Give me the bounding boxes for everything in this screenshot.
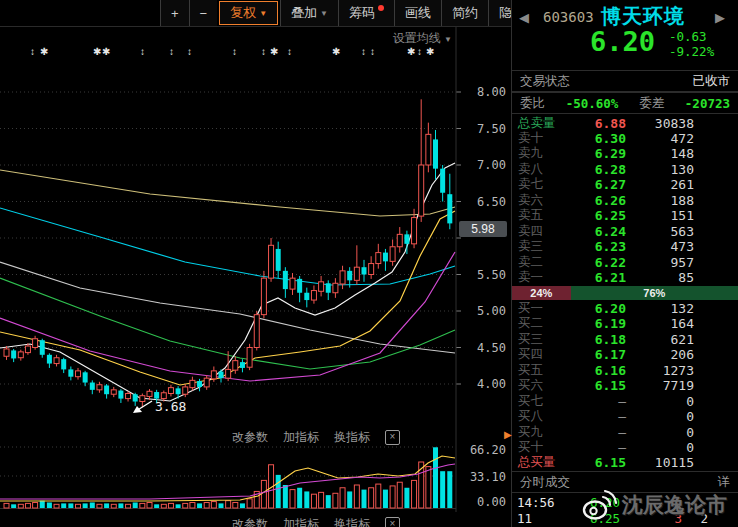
tick-time: 11 — [512, 511, 563, 526]
ask-row[interactable]: 卖五6.25151 — [512, 209, 738, 223]
level-label: 卖五 — [512, 207, 564, 224]
level-label: 卖八 — [512, 161, 564, 178]
ask-row[interactable]: 卖九6.29148 — [512, 147, 738, 161]
switch-indicator-button[interactable]: 换指标 — [334, 429, 370, 446]
bid-row[interactable]: 买六6.157719 — [512, 379, 738, 393]
level-label: 卖七 — [512, 176, 564, 193]
hide-button[interactable]: 隐藏 ▶▶ — [488, 0, 512, 26]
trade-status-label: 交易状态 — [520, 73, 570, 90]
switch-indicator-button[interactable]: 换指标 — [334, 516, 370, 527]
event-marker-icon[interactable]: ✱ — [332, 45, 340, 59]
level-price: 6.30 — [564, 131, 626, 146]
weibi-value: -50.60% — [566, 96, 619, 111]
adjust-rights-button[interactable]: 复权 ▼ — [219, 1, 278, 25]
k-chart-svg[interactable]: 3.68 — [0, 27, 512, 430]
zoom-out-button[interactable]: − — [189, 0, 218, 26]
event-marker-icon[interactable]: ↕ — [361, 45, 366, 59]
sell-ratio: 24% — [512, 286, 571, 300]
draw-line-button[interactable]: 画线 — [394, 0, 441, 26]
bid-row[interactable]: 买九—0 — [512, 425, 738, 439]
level-label: 卖九 — [512, 145, 564, 162]
ask-row[interactable]: 卖八6.28130 — [512, 162, 738, 176]
event-marker-row: ↕✱✱✱↕↕↕↕↕✱↕✱↕↕✱↕✱ — [0, 45, 455, 59]
bid-row[interactable]: 买一6.20132 — [512, 301, 738, 315]
last-price: 6.20 — [590, 26, 655, 57]
event-marker-icon[interactable]: ↕ — [417, 45, 422, 59]
event-marker-icon[interactable]: ↕ — [187, 45, 192, 59]
event-marker-icon[interactable]: ↕ — [287, 45, 292, 59]
event-marker-icon[interactable]: ✱ — [270, 45, 278, 59]
bid-row[interactable]: 买七—0 — [512, 394, 738, 408]
chips-button[interactable]: 筹码 — [338, 0, 394, 26]
level-volume: 0 — [626, 409, 738, 424]
bid-row[interactable]: 买八—0 — [512, 410, 738, 424]
ask-row[interactable]: 卖七6.27261 — [512, 178, 738, 192]
bid-row[interactable]: 买二6.19164 — [512, 317, 738, 331]
level-label: 总买量 — [512, 454, 564, 471]
prev-stock-icon[interactable]: ◀ — [519, 10, 529, 25]
stock-code: 603603 — [543, 9, 594, 25]
next-stock-icon[interactable]: ▶ — [715, 10, 725, 25]
bid-row[interactable]: 买三6.18621 — [512, 332, 738, 346]
simple-mode-button[interactable]: 简约 — [441, 0, 488, 26]
total-buy-row[interactable]: 总买量6.1510115 — [512, 456, 738, 470]
event-marker-icon[interactable]: ✱ — [40, 45, 48, 59]
level-volume: 30838 — [626, 116, 738, 131]
level-price: 6.22 — [564, 255, 626, 270]
level-volume: 621 — [626, 332, 738, 347]
event-marker-icon[interactable]: ↕ — [30, 45, 35, 59]
indicator-pane-header: 改参数 加指标 换指标 × — [0, 517, 456, 527]
add-indicator-button[interactable]: 加指标 — [283, 429, 319, 446]
ask-row[interactable]: 卖一6.2185 — [512, 271, 738, 285]
zoom-in-button[interactable]: + — [160, 0, 189, 26]
event-marker-icon[interactable]: ↕ — [261, 45, 266, 59]
tick-detail-button[interactable]: 详 — [718, 474, 731, 491]
ma-settings-label: 设置均线 — [393, 31, 441, 45]
ask-row[interactable]: 卖十6.30472 — [512, 131, 738, 145]
change-params-button[interactable]: 改参数 — [232, 429, 268, 446]
tick-list-header: 分时成交 详 — [512, 471, 738, 493]
ask-row[interactable]: 卖三6.23473 — [512, 240, 738, 254]
volume-pane-header: 改参数 加指标 换指标 × — [0, 430, 456, 445]
tick-row[interactable]: 14:566.205 — [512, 494, 738, 510]
close-pane-icon[interactable]: × — [385, 517, 400, 527]
level-price: 6.15 — [564, 378, 626, 393]
panel-divider-handle[interactable]: ▶ — [504, 429, 512, 440]
level-volume: 1273 — [626, 363, 738, 378]
level-label: 卖二 — [512, 254, 564, 271]
change-percent: -9.22% — [669, 44, 714, 59]
tick-time: 14:56 — [512, 495, 563, 510]
ask-row[interactable]: 卖四6.24563 — [512, 224, 738, 238]
close-pane-icon[interactable]: × — [385, 430, 400, 445]
event-marker-icon[interactable]: ✱ — [426, 45, 434, 59]
event-marker-icon[interactable]: ↕ — [232, 45, 237, 59]
change-params-button[interactable]: 改参数 — [232, 516, 268, 527]
level-volume: 563 — [626, 224, 738, 239]
level-price: 6.24 — [564, 224, 626, 239]
bid-row[interactable]: 买五6.161273 — [512, 363, 738, 377]
level-label: 总卖量 — [512, 115, 564, 132]
level-price: — — [564, 409, 626, 424]
bid-row[interactable]: 买十—0 — [512, 441, 738, 455]
level-price: 6.23 — [564, 239, 626, 254]
event-marker-icon[interactable]: ✱ — [407, 45, 415, 59]
ask-row[interactable]: 卖六6.26188 — [512, 193, 738, 207]
add-indicator-button[interactable]: 加指标 — [283, 516, 319, 527]
event-marker-icon[interactable]: ↕ — [370, 45, 375, 59]
price-tag: 5.98 — [459, 221, 507, 237]
event-marker-icon[interactable]: ↕ — [169, 45, 174, 59]
total-sell-row[interactable]: 总卖量6.8830838 — [512, 116, 738, 130]
level-volume: 85 — [626, 270, 738, 285]
tick-row[interactable]: 116.2532 — [512, 510, 738, 526]
trading-app-window: + − 复权 ▼ 叠加 ▼ 筹码 画线 简约 隐藏 ▶▶ — [0, 0, 738, 527]
event-marker-icon[interactable]: ✱ — [102, 45, 110, 59]
event-marker-icon[interactable]: ✱ — [93, 45, 101, 59]
price-axis-label: 6.50 — [460, 195, 506, 209]
price-axis-label: 7.00 — [460, 158, 506, 172]
event-marker-icon[interactable]: ↕ — [140, 45, 145, 59]
ask-row[interactable]: 卖二6.22957 — [512, 255, 738, 269]
overlay-button[interactable]: 叠加 ▼ — [280, 0, 338, 26]
bid-row[interactable]: 买四6.17206 — [512, 348, 738, 362]
zoom-in-label: + — [171, 6, 179, 21]
red-dot-badge — [378, 5, 384, 11]
